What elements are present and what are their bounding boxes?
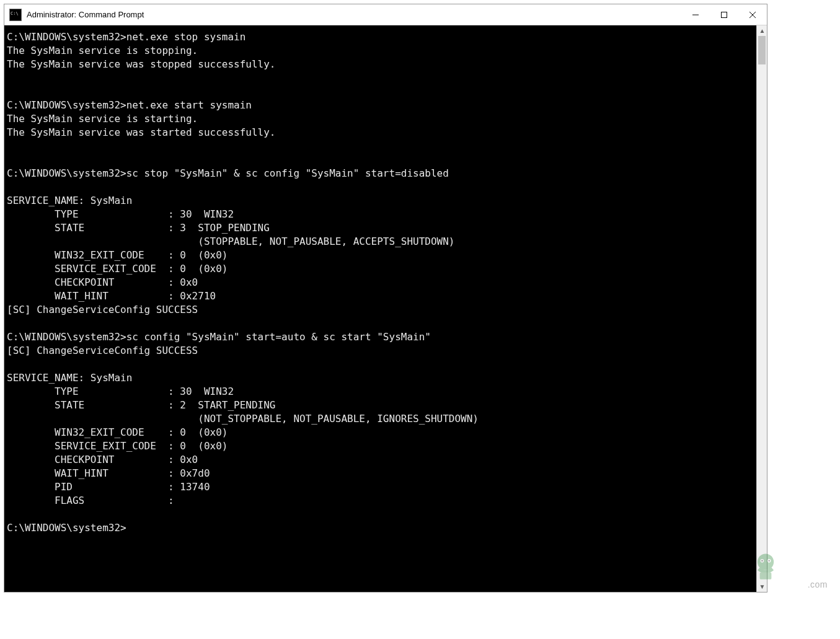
vertical-scrollbar[interactable]: ▲ ▼ xyxy=(756,25,767,592)
terminal-line: WIN32_EXIT_CODE : 0 (0x0) xyxy=(7,249,754,262)
close-icon xyxy=(749,12,756,18)
terminal-line: The SysMain service is starting. xyxy=(7,112,754,126)
titlebar[interactable]: Administrator: Command Prompt xyxy=(4,4,767,25)
terminal-line: PID : 13740 xyxy=(7,480,754,494)
terminal-line: The SysMain service was stopped successf… xyxy=(7,58,754,71)
terminal-line: The SysMain service was started successf… xyxy=(7,126,754,139)
terminal-line: C:\WINDOWS\system32>net.exe stop sysmain xyxy=(7,30,754,44)
watermark-suffix: .com xyxy=(808,580,828,589)
terminal-line: SERVICE_EXIT_CODE : 0 (0x0) xyxy=(7,262,754,276)
maximize-button[interactable] xyxy=(710,4,738,25)
terminal-line: WIN32_EXIT_CODE : 0 (0x0) xyxy=(7,426,754,439)
terminal-line: (NOT_STOPPABLE, NOT_PAUSABLE, IGNORES_SH… xyxy=(7,412,754,426)
terminal-line: C:\WINDOWS\system32>net.exe start sysmai… xyxy=(7,99,754,112)
terminal-line: SERVICE_NAME: SysMain xyxy=(7,371,754,385)
svg-point-4 xyxy=(758,554,774,570)
maximize-icon xyxy=(721,12,727,18)
minimize-icon xyxy=(692,12,699,18)
terminal-line: CHECKPOINT : 0x0 xyxy=(7,276,754,289)
terminal-line: WAIT_HINT : 0x2710 xyxy=(7,289,754,303)
terminal-line: CHECKPOINT : 0x0 xyxy=(7,453,754,467)
terminal-line: TYPE : 30 WIN32 xyxy=(7,208,754,221)
minimize-button[interactable] xyxy=(681,4,710,25)
scroll-thumb[interactable] xyxy=(758,36,766,64)
terminal-output[interactable]: C:\WINDOWS\system32>net.exe stop sysmain… xyxy=(4,25,756,592)
terminal-line: SERVICE_EXIT_CODE : 0 (0x0) xyxy=(7,439,754,453)
terminal-line: C:\WINDOWS\system32> xyxy=(7,521,754,535)
terminal-line xyxy=(7,358,754,371)
terminal-line: FLAGS : xyxy=(7,494,754,508)
terminal-line xyxy=(7,153,754,167)
terminal-line: TYPE : 30 WIN32 xyxy=(7,385,754,399)
terminal-line: The SysMain service is stopping. xyxy=(7,44,754,58)
client-area: C:\WINDOWS\system32>net.exe stop sysmain… xyxy=(4,25,767,592)
terminal-line: C:\WINDOWS\system32>sc stop "SysMain" & … xyxy=(7,167,754,180)
terminal-line: (STOPPABLE, NOT_PAUSABLE, ACCEPTS_SHUTDO… xyxy=(7,235,754,249)
terminal-line xyxy=(7,85,754,99)
terminal-line xyxy=(7,317,754,330)
terminal-line: STATE : 2 START_PENDING xyxy=(7,399,754,412)
scroll-up-arrow-icon[interactable]: ▲ xyxy=(757,25,767,36)
terminal-line xyxy=(7,508,754,521)
svg-point-8 xyxy=(768,560,770,562)
terminal-line: STATE : 3 STOP_PENDING xyxy=(7,221,754,235)
svg-rect-9 xyxy=(760,573,772,580)
terminal-line: WAIT_HINT : 0x7d0 xyxy=(7,467,754,480)
terminal-line: C:\WINDOWS\system32>sc config "SysMain" … xyxy=(7,330,754,344)
terminal-line xyxy=(7,71,754,85)
terminal-line: SERVICE_NAME: SysMain xyxy=(7,194,754,208)
svg-point-7 xyxy=(761,560,763,562)
svg-rect-1 xyxy=(722,12,727,17)
terminal-line: [SC] ChangeServiceConfig SUCCESS xyxy=(7,303,754,317)
cmd-icon xyxy=(9,9,22,21)
terminal-line: [SC] ChangeServiceConfig SUCCESS xyxy=(7,344,754,358)
window-title: Administrator: Command Prompt xyxy=(27,10,144,19)
close-button[interactable] xyxy=(738,4,767,25)
terminal-line xyxy=(7,180,754,194)
terminal-line xyxy=(7,139,754,153)
window-frame: Administrator: Command Prompt C:\WINDOWS… xyxy=(4,4,767,593)
watermark-logo-icon xyxy=(747,549,784,586)
